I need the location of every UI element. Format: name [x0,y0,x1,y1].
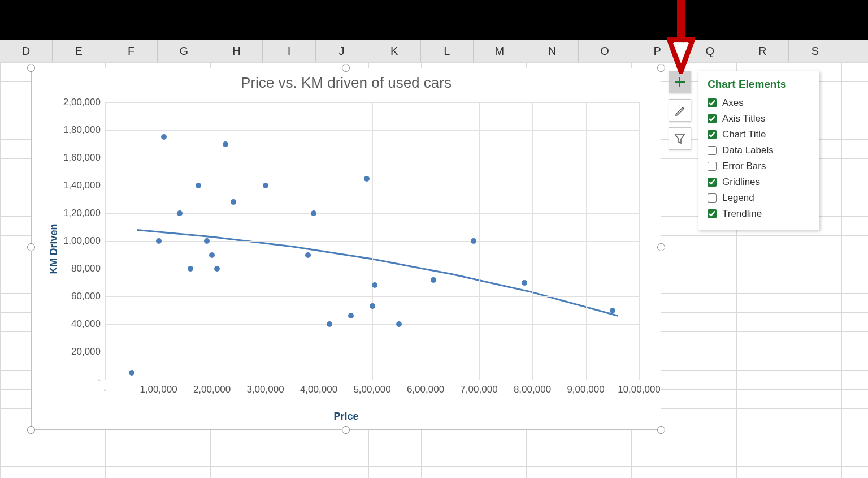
option-label: Error Bars [722,161,766,172]
y-tick-label: 2,00,000 [63,97,105,108]
column-header-S[interactable]: S [789,40,841,62]
data-point[interactable] [471,238,476,244]
x-axis-title[interactable]: Price [32,411,661,423]
column-header-H[interactable]: H [210,40,263,62]
column-header-M[interactable]: M [474,40,526,62]
y-tick-label: 1,40,000 [63,180,105,191]
checkbox[interactable] [708,193,717,203]
y-tick-label: 60,000 [71,291,105,302]
data-point[interactable] [188,266,193,272]
option-label: Gridlines [722,176,760,188]
option-label: Axis Titles [722,113,766,124]
chart-selection-handle[interactable] [27,426,35,434]
svg-rect-2 [677,0,685,42]
checkbox[interactable] [708,114,717,123]
chart-element-option-data-labels[interactable]: Data Labels [708,143,810,158]
y-axis-title[interactable]: KM Driven [48,223,60,274]
chart-element-option-axis-titles[interactable]: Axis Titles [708,111,810,127]
chart-selection-handle[interactable] [657,243,665,251]
funnel-icon [674,132,686,145]
option-label: Data Labels [722,145,774,156]
checkbox[interactable] [708,98,717,107]
x-tick-label: 3,00,000 [246,380,284,395]
y-tick-label: 1,00,000 [63,235,105,247]
y-tick-label: 40,000 [71,318,105,330]
plot-area[interactable]: -20,00040,00060,00080,0001,00,0001,20,00… [105,102,639,380]
chart-elements-button[interactable] [669,71,691,93]
x-tick-label: 10,00,000 [618,380,661,395]
data-point[interactable] [161,134,167,140]
chart-element-option-legend[interactable]: Legend [708,190,810,206]
column-header-K[interactable]: K [368,40,421,62]
y-tick-label: 80,000 [71,263,105,274]
x-tick-label: 8,00,000 [514,380,551,395]
chart-selection-handle[interactable] [342,426,350,434]
data-point[interactable] [223,141,228,147]
column-header-N[interactable]: N [526,40,579,62]
option-label: Axes [722,97,744,109]
chart-styles-button[interactable] [669,99,691,122]
option-label: Legend [722,192,754,204]
checkbox[interactable] [708,178,717,187]
y-tick-label: 1,80,000 [63,124,105,136]
checkbox[interactable] [708,146,717,155]
chart-element-option-error-bars[interactable]: Error Bars [708,158,810,174]
chart-container[interactable]: Price vs. KM driven of used cars KM Driv… [31,68,661,430]
column-header-I[interactable]: I [263,40,315,62]
data-point[interactable] [348,313,354,318]
chart-element-option-trendline[interactable]: Trendline [708,206,810,222]
chart-element-option-gridlines[interactable]: Gridlines [708,174,810,190]
chart-filters-button[interactable] [669,127,691,150]
plus-icon [674,76,686,88]
checkbox[interactable] [708,162,717,171]
data-point[interactable] [370,303,375,309]
y-tick-label: 1,60,000 [63,152,105,163]
column-header-D[interactable]: D [0,40,53,62]
x-tick-label: 2,00,000 [193,380,231,395]
data-point[interactable] [431,277,436,283]
option-label: Trendline [722,208,762,219]
column-header-R[interactable]: R [736,40,789,62]
data-point[interactable] [204,238,210,244]
data-point[interactable] [231,199,236,205]
column-header-row: DEFGHIJKLMNOPQRS [0,40,868,63]
data-point[interactable] [196,183,201,188]
data-point[interactable] [522,280,527,286]
chart-title[interactable]: Price vs. KM driven of used cars [32,74,661,92]
column-header-O[interactable]: O [579,40,631,62]
data-point[interactable] [311,210,316,216]
chart-selection-handle[interactable] [27,64,35,72]
data-point[interactable] [214,266,220,272]
chart-selection-handle[interactable] [657,64,665,72]
x-tick-label: 4,00,000 [300,380,337,395]
data-point[interactable] [263,183,268,188]
chart-selection-handle[interactable] [342,64,350,72]
checkbox[interactable] [708,130,717,139]
x-tick-label: - [103,380,107,395]
data-point[interactable] [177,210,183,216]
data-point[interactable] [372,282,377,288]
column-header-F[interactable]: F [105,40,158,62]
data-point[interactable] [129,370,134,376]
column-header-J[interactable]: J [316,40,368,62]
chart-element-option-chart-title[interactable]: Chart Title [708,127,810,143]
data-point[interactable] [156,238,162,244]
data-point[interactable] [327,321,332,327]
data-point[interactable] [396,321,402,327]
x-tick-label: 6,00,000 [407,380,444,395]
column-header-L[interactable]: L [421,40,474,62]
x-tick-label: 5,00,000 [353,380,390,395]
column-header-E[interactable]: E [53,40,105,62]
chart-elements-flyout: Chart Elements AxesAxis TitlesChart Titl… [698,71,819,230]
data-point[interactable] [364,176,370,182]
column-header-G[interactable]: G [158,40,210,62]
chart-selection-handle[interactable] [27,243,35,251]
data-point[interactable] [610,308,615,313]
chart-element-option-axes[interactable]: Axes [708,95,810,111]
chart-selection-handle[interactable] [657,426,665,434]
checkbox[interactable] [708,209,717,218]
annotation-arrow [667,0,695,74]
y-tick-label: 20,000 [71,346,105,358]
data-point[interactable] [209,252,215,258]
data-point[interactable] [305,252,311,258]
